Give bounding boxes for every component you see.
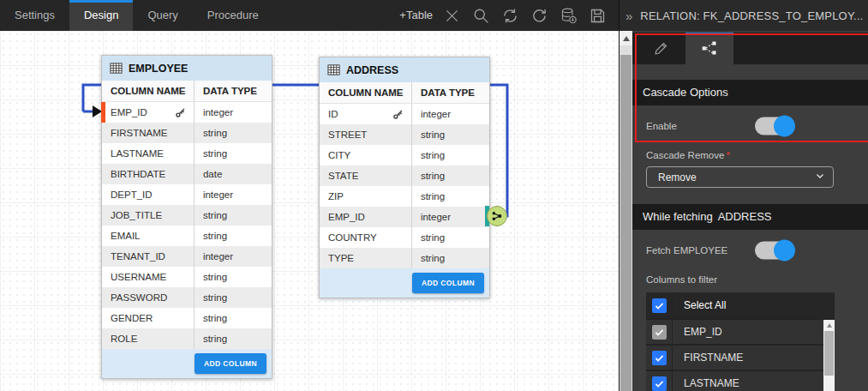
- table-row-state[interactable]: STATEstring: [320, 165, 489, 186]
- panel-content: Cascade Options Enable Cascade Remove* R…: [632, 33, 868, 391]
- data-type-cell: integer: [194, 184, 272, 205]
- table-row-birthdate[interactable]: BIRTHDATEdate: [102, 164, 272, 184]
- add-column-button[interactable]: ADD COLUMN: [412, 273, 484, 293]
- table-row-role[interactable]: ROLEstring: [102, 328, 272, 349]
- checkbox-cell: [646, 346, 673, 370]
- filter-column-row-firstname[interactable]: FIRSTNAME: [646, 346, 835, 370]
- panel-scrollbar-thumb[interactable]: [620, 55, 632, 391]
- tab-procedure[interactable]: Procedure: [193, 0, 273, 31]
- database-export-icon[interactable]: [560, 7, 578, 25]
- table-row-emp_id[interactable]: EMP_IDinteger: [320, 207, 489, 227]
- add-table-button[interactable]: +Table: [389, 0, 443, 31]
- table-row-password[interactable]: PASSWORDstring: [102, 287, 272, 308]
- column-name-cell: TENANT_ID: [102, 246, 194, 267]
- columns-to-filter-label: Columns to filter: [646, 274, 868, 285]
- cascade-remove-value: Remove: [658, 171, 697, 183]
- table-row-street[interactable]: STREETstring: [320, 124, 489, 145]
- filter-column-label: Select All: [673, 299, 726, 311]
- fetch-toggle[interactable]: [755, 242, 793, 260]
- add-column-button[interactable]: ADD COLUMN: [195, 353, 266, 374]
- column-name: TENANT_ID: [111, 251, 165, 262]
- filter-column-row-emp_id[interactable]: EMP_ID: [646, 320, 835, 344]
- data-type-cell: integer: [411, 207, 489, 227]
- toolbar: SettingsDesignQueryProcedure +Table » RE…: [0, 0, 868, 31]
- checkbox-checked[interactable]: [652, 351, 667, 365]
- scroll-up-icon[interactable]: [823, 320, 835, 330]
- data-type-cell: integer: [194, 246, 272, 267]
- relation-properties-panel: Cascade Options Enable Cascade Remove* R…: [619, 31, 868, 391]
- table-row-emp_id[interactable]: EMP_IDinteger: [102, 102, 272, 123]
- relation-line[interactable]: [0, 31, 619, 391]
- tab-edit[interactable]: [638, 33, 685, 64]
- table-title: ADDRESS: [320, 57, 489, 82]
- column-name-cell: USERNAME: [102, 267, 194, 287]
- list-scrollbar-thumb[interactable]: [824, 331, 834, 376]
- column-name: ID: [328, 109, 338, 119]
- table-row-username[interactable]: USERNAMEstring: [102, 267, 272, 287]
- search-icon[interactable]: [472, 7, 490, 25]
- list-scrollbar[interactable]: [823, 320, 835, 391]
- primary-key-marker: [101, 102, 105, 123]
- filter-column-row-lastname[interactable]: LASTNAME: [646, 371, 835, 391]
- panel-scrollbar[interactable]: [620, 31, 632, 391]
- refresh-icon[interactable]: [501, 7, 519, 25]
- table-row-job_title[interactable]: JOB_TITLEstring: [102, 205, 272, 226]
- filter-column-label: LASTNAME: [673, 377, 739, 389]
- fetching-table-name: ADDRESS: [718, 210, 772, 223]
- column-name: STREET: [328, 129, 367, 140]
- relation-node-icon[interactable]: [487, 206, 507, 226]
- table-row-tenant_id[interactable]: TENANT_IDinteger: [102, 246, 272, 267]
- collapse-panel-icon[interactable]: »: [620, 9, 640, 23]
- relation-icon: [701, 39, 718, 60]
- checkbox-checked[interactable]: [652, 298, 667, 313]
- data-type: string: [421, 253, 445, 263]
- column-name-cell: CITY: [320, 145, 411, 165]
- column-name-cell: JOB_TITLE: [102, 205, 194, 226]
- redo-icon[interactable]: [530, 7, 548, 25]
- scroll-up-icon[interactable]: [620, 31, 632, 45]
- tab-query[interactable]: Query: [133, 0, 192, 31]
- table-address[interactable]: ADDRESSCOLUMN NAMEDATA TYPEIDintegerSTRE…: [319, 57, 490, 298]
- table-row-gender[interactable]: GENDERstring: [102, 308, 272, 328]
- table-row-country[interactable]: COUNTRYstring: [320, 227, 489, 248]
- column-name-header: COLUMN NAME: [102, 86, 194, 96]
- enable-toggle[interactable]: [755, 117, 793, 135]
- select-all-row[interactable]: Select All: [646, 292, 835, 318]
- column-name-header: COLUMN NAME: [320, 87, 411, 98]
- data-type: integer: [421, 109, 451, 119]
- table-row-dept_id[interactable]: DEPT_IDinteger: [102, 184, 272, 205]
- table-row-firstname[interactable]: FIRSTNAMEstring: [102, 123, 272, 143]
- column-name-cell: TYPE: [320, 248, 411, 268]
- data-type-cell: string: [194, 143, 272, 164]
- data-type-cell: date: [194, 164, 272, 184]
- table-row-zip[interactable]: ZIPstring: [320, 186, 489, 207]
- data-type-cell: string: [194, 267, 272, 287]
- data-type: string: [421, 150, 445, 160]
- table-row-id[interactable]: IDinteger: [320, 104, 489, 124]
- table-employee[interactable]: EMPLOYEECOLUMN NAMEDATA TYPEEMP_IDintege…: [101, 55, 272, 379]
- save-icon[interactable]: [589, 7, 607, 25]
- columns-filter-list: Select AllEMP_IDFIRSTNAMELASTNAME: [646, 292, 835, 391]
- data-type-cell: string: [194, 226, 272, 246]
- table-row-email[interactable]: EMAILstring: [102, 226, 272, 246]
- tab-settings[interactable]: Settings: [0, 0, 69, 31]
- design-canvas[interactable]: EMPLOYEECOLUMN NAMEDATA TYPEEMP_IDintege…: [0, 31, 619, 391]
- cascade-remove-select[interactable]: Remove: [646, 166, 834, 188]
- table-row-city[interactable]: CITYstring: [320, 145, 489, 165]
- table-row-lastname[interactable]: LASTNAMEstring: [102, 143, 272, 164]
- data-type: string: [421, 232, 445, 243]
- table-row-type[interactable]: TYPEstring: [320, 248, 489, 268]
- column-name: EMP_ID: [328, 212, 365, 222]
- fetch-row: Fetch EMPLOYEE: [632, 230, 868, 271]
- table-footer: ADD COLUMN: [102, 349, 272, 378]
- close-icon[interactable]: [443, 7, 461, 25]
- fetch-label: Fetch EMPLOYEE: [646, 245, 727, 256]
- tab-relation[interactable]: [685, 33, 733, 64]
- data-type-cell: string: [194, 205, 272, 226]
- column-name: FIRSTNAME: [111, 128, 167, 138]
- data-type: string: [203, 272, 227, 282]
- data-type: string: [203, 292, 227, 303]
- tab-design[interactable]: Design: [69, 0, 133, 31]
- column-name: EMAIL: [111, 231, 141, 241]
- checkbox-checked[interactable]: [652, 376, 667, 391]
